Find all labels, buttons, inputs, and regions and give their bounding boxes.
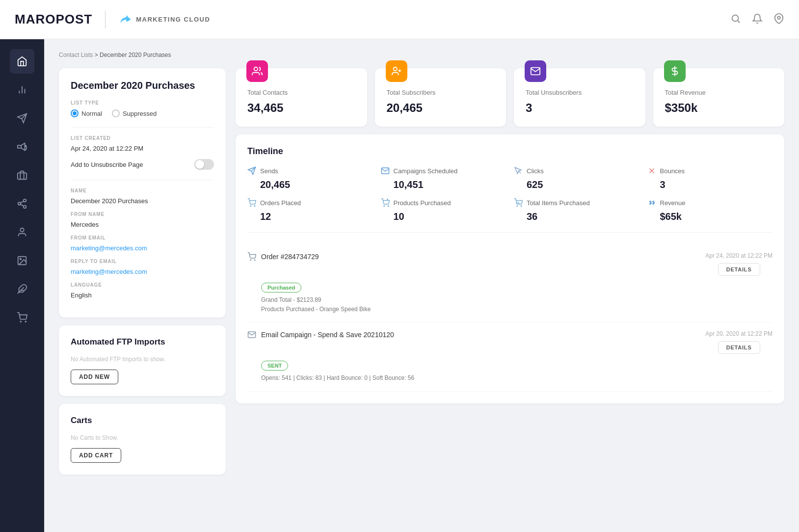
metric-campaigns: Campaigns Scheduled 10,451 xyxy=(381,166,506,190)
sidebar-item-flow[interactable] xyxy=(10,191,34,216)
total-subscribers-value: 20,465 xyxy=(387,101,495,115)
sidebar-item-puzzle[interactable] xyxy=(10,277,34,301)
svg-point-41 xyxy=(250,260,251,261)
metric-revenue-value: $65k xyxy=(647,211,773,222)
order-event-title: Order #284734729 xyxy=(261,253,319,261)
add-unsubscribe-label: Add to Unsubscribe Page xyxy=(71,161,143,168)
notification-icon[interactable] xyxy=(752,13,763,26)
from-email-label: FROM EMAIL xyxy=(71,235,214,240)
metric-items-value: 36 xyxy=(514,211,639,222)
stat-card-total-contacts: Total Contacts 34,465 xyxy=(236,68,367,127)
metric-orders-label: Orders Placed xyxy=(260,199,301,207)
metric-orders: Orders Placed 12 xyxy=(247,198,373,222)
svg-point-15 xyxy=(20,228,24,232)
add-cart-button[interactable]: ADD CART xyxy=(71,448,121,463)
location-icon[interactable] xyxy=(773,13,784,26)
reply-email-value[interactable]: marketing@mercedes.com xyxy=(71,268,214,275)
logo-area: MAROPOST MARKETING CLOUD xyxy=(15,11,210,28)
top-nav: MAROPOST MARKETING CLOUD xyxy=(0,0,799,39)
from-email-value[interactable]: marketing@mercedes.com xyxy=(71,244,214,252)
sidebar-item-analytics[interactable] xyxy=(10,78,34,102)
sidebar-item-megaphone[interactable] xyxy=(10,134,34,159)
logo-cloud: MARKETING CLOUD xyxy=(118,13,210,27)
radio-suppressed-label: Suppressed xyxy=(123,110,157,117)
metric-revenue: Revenue $65k xyxy=(647,198,773,222)
svg-line-13 xyxy=(21,204,24,206)
timeline-card: Timeline Sends 2 xyxy=(236,134,784,403)
email-event-title: Email Campaign - Spend & Save 20210120 xyxy=(261,331,394,339)
metric-sends-label: Sends xyxy=(260,167,278,175)
stat-cards-row: Total Contacts 34,465 xyxy=(236,68,784,127)
total-unsubscribers-label: Total Unsubscribers xyxy=(526,89,634,96)
list-created-value: Apr 24, 2020 at 12:22 PM xyxy=(71,145,214,152)
reply-email-label: REPLY TO EMAIL xyxy=(71,259,214,264)
order-badge: Purchased xyxy=(261,283,301,293)
svg-point-21 xyxy=(25,321,26,322)
svg-point-23 xyxy=(393,67,397,71)
from-name-row: FROM NAME Mercedes xyxy=(71,212,214,228)
stat-card-total-unsubscribers: Total Unsubscribers 3 xyxy=(514,68,645,127)
from-name-value: Mercedes xyxy=(71,221,214,228)
metric-orders-value: 12 xyxy=(247,211,373,222)
sidebar-item-users[interactable] xyxy=(10,220,34,244)
carts-empty-text: No Carts to Show. xyxy=(71,434,214,441)
email-stats: Opens: 541 | Clicks: 83 | Hard Bounce: 0… xyxy=(261,374,414,381)
language-value: English xyxy=(71,292,214,299)
metric-items: Total Items Purchased 36 xyxy=(514,198,639,222)
email-badge: SENT xyxy=(261,361,288,371)
svg-point-20 xyxy=(20,321,21,322)
svg-line-1 xyxy=(738,21,740,23)
metric-items-label: Total Items Purchased xyxy=(527,199,590,207)
svg-rect-8 xyxy=(18,145,21,148)
breadcrumb-parent[interactable]: Contact Lists xyxy=(59,52,93,58)
metric-items-header: Total Items Purchased xyxy=(514,198,639,207)
metric-bounces: Bounces 3 xyxy=(647,166,773,190)
toggle-knob xyxy=(195,160,204,169)
metric-revenue-header: Revenue xyxy=(647,198,773,207)
order-event-header: Order #284734729 Apr 24, 2020 at 12:22 P… xyxy=(247,252,772,276)
radio-normal-circle xyxy=(71,109,79,117)
email-details-button[interactable]: DETAILS xyxy=(718,341,760,354)
radio-normal[interactable]: Normal xyxy=(71,109,102,117)
order-details: Grand Total - $2123.89 Products Purchase… xyxy=(247,295,772,314)
language-label: LANGUAGE xyxy=(71,282,214,288)
metric-bounces-header: Bounces xyxy=(647,166,773,175)
carts-card-title: Carts xyxy=(71,416,214,426)
metric-clicks-label: Clicks xyxy=(527,167,544,175)
order-details-button[interactable]: DETAILS xyxy=(718,263,760,276)
svg-point-33 xyxy=(384,206,385,207)
metric-sends-value: 20,465 xyxy=(247,179,373,190)
list-created-row: List Created Apr 24, 2020 at 12:22 PM xyxy=(71,135,214,152)
breadcrumb: Contact Lists > December 2020 Purchases xyxy=(59,52,784,58)
metric-products-label: Products Purchased xyxy=(394,199,451,207)
list-details-card: December 2020 Purchases List Type Normal… xyxy=(59,68,226,318)
search-icon[interactable] xyxy=(730,13,741,26)
add-ftp-button[interactable]: ADD NEW xyxy=(71,370,118,384)
sidebar-item-briefcase[interactable] xyxy=(10,163,34,187)
svg-point-0 xyxy=(732,15,739,21)
sidebar-item-home[interactable] xyxy=(10,49,34,74)
list-type-label: List Type xyxy=(71,100,214,106)
email-event-date: Apr 20, 2020 at 12:22 PM xyxy=(705,330,772,337)
stat-card-total-revenue: Total Revenue $350k xyxy=(653,68,785,127)
language-row: LANGUAGE English xyxy=(71,282,214,299)
sidebar-item-send[interactable] xyxy=(10,106,34,131)
metric-campaigns-value: 10,451 xyxy=(381,179,506,190)
logo-divider xyxy=(105,11,106,28)
svg-point-12 xyxy=(24,206,27,209)
email-envelope-icon xyxy=(247,330,256,339)
total-contacts-label: Total Contacts xyxy=(247,89,355,96)
sidebar-item-cart[interactable] xyxy=(10,305,34,330)
metric-sends-header: Sends xyxy=(247,166,373,175)
radio-suppressed[interactable]: Suppressed xyxy=(112,109,157,117)
total-revenue-label: Total Revenue xyxy=(665,89,773,96)
list-type-radio-group: Normal Suppressed xyxy=(71,109,214,117)
sidebar-item-image[interactable] xyxy=(10,248,34,273)
timeline-title: Timeline xyxy=(247,146,772,157)
list-created-label: List Created xyxy=(71,135,214,141)
timeline-event-order: Order #284734729 Apr 24, 2020 at 12:22 P… xyxy=(247,244,772,322)
unsubscribe-toggle-row: Add to Unsubscribe Page xyxy=(71,159,214,170)
order-event-left: Order #284734729 xyxy=(247,252,319,261)
email-event-right: Apr 20, 2020 at 12:22 PM DETAILS xyxy=(705,330,772,354)
unsubscribe-toggle[interactable] xyxy=(194,159,214,170)
